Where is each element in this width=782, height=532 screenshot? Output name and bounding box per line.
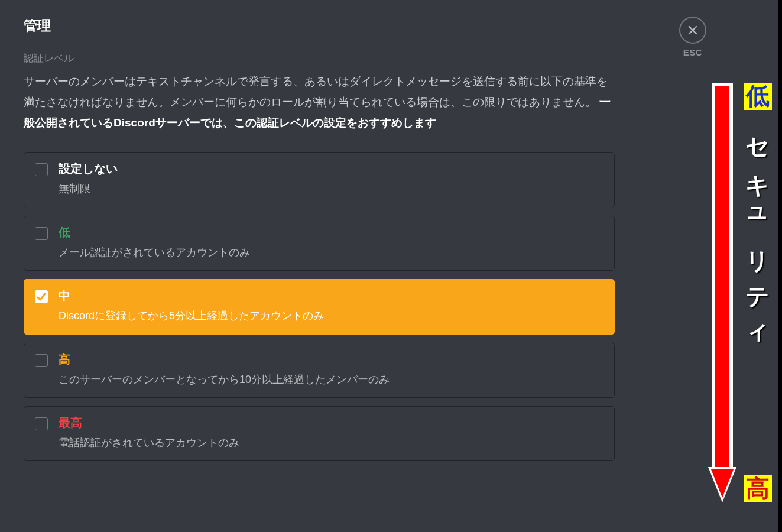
- option-medium[interactable]: 中 Discordに登録してから5分以上経過したアカウントのみ: [24, 279, 615, 334]
- annotation-low-badge: 低: [744, 83, 772, 110]
- section-description-text: サーバーのメンバーはテキストチャンネルで発言する、あるいはダイレクトメッセージを…: [24, 75, 608, 108]
- option-description: このサーバーのメンバーとなってから10分以上経過したメンバーのみ: [59, 373, 390, 387]
- svg-marker-5: [711, 469, 734, 498]
- annotation-high-badge: 高: [744, 475, 772, 502]
- close-esc-label: ESC: [683, 47, 702, 57]
- checkbox-icon: [35, 417, 48, 430]
- option-description: Discordに登録してから5分以上経過したアカウントのみ: [59, 309, 324, 323]
- checkbox-icon: [35, 354, 48, 367]
- security-scale-annotation: 低 セキュリティ 高: [708, 83, 774, 502]
- arrow-down-icon: [708, 83, 736, 502]
- checkbox-icon: [35, 227, 48, 240]
- settings-panel: 管理 認証レベル サーバーのメンバーはテキストチャンネルで発言する、あるいはダイ…: [0, 0, 638, 485]
- verification-level-options: 設定しない 無制限 低 メール認証がされているアカウントのみ 中 Discord…: [24, 152, 615, 461]
- option-low[interactable]: 低 メール認証がされているアカウントのみ: [24, 216, 615, 271]
- option-title: 最高: [59, 416, 239, 429]
- section-description: サーバーのメンバーはテキストチャンネルで発言する、あるいはダイレクトメッセージを…: [24, 71, 615, 133]
- option-description: 無制限: [59, 182, 118, 196]
- option-highest[interactable]: 最高 電話認証がされているアカウントのみ: [24, 406, 615, 461]
- close-icon: [687, 24, 699, 36]
- option-title: 高: [59, 353, 390, 366]
- annotation-labels: 低 セキュリティ 高: [741, 83, 774, 502]
- section-label-verification-level: 認証レベル: [24, 51, 615, 65]
- checkbox-icon: [35, 163, 48, 176]
- annotation-security-label: セキュリティ: [741, 121, 774, 348]
- option-title: 中: [59, 289, 324, 302]
- close-button[interactable]: [679, 17, 706, 44]
- option-title: 低: [59, 226, 250, 239]
- option-none[interactable]: 設定しない 無制限: [24, 152, 615, 207]
- svg-rect-3: [715, 86, 729, 469]
- option-high[interactable]: 高 このサーバーのメンバーとなってから10分以上経過したメンバーのみ: [24, 343, 615, 398]
- right-edge-divider: [778, 0, 782, 532]
- close-area: ESC: [679, 17, 706, 57]
- page-title: 管理: [24, 17, 615, 35]
- option-title: 設定しない: [59, 162, 118, 175]
- checkbox-icon: [35, 290, 48, 303]
- option-description: メール認証がされているアカウントのみ: [59, 246, 250, 259]
- option-description: 電話認証がされているアカウントのみ: [59, 436, 239, 450]
